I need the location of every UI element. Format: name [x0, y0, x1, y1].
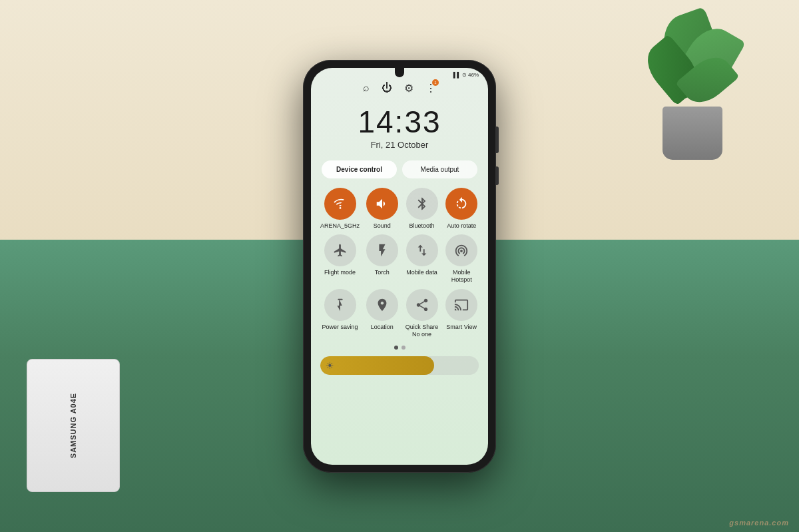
- page-indicator: [311, 342, 488, 354]
- sound-tile[interactable]: Sound: [365, 188, 400, 230]
- phone-screen: ▌▌ ⊙ 46% ⌕ ⏻ ⚙ ⋮ 1 14:33 Fri, 21 October: [311, 68, 488, 465]
- wifi-status-icon: ⊙: [462, 72, 467, 78]
- smart-view-label: Smart View: [446, 324, 477, 331]
- svg-rect-1: [338, 299, 342, 300]
- wifi-icon: [324, 188, 356, 220]
- wifi-label: ARENA_5GHz: [320, 222, 360, 230]
- quick-settings-grid: ARENA_5GHz Sound: [311, 184, 488, 342]
- plant-pot: [663, 107, 722, 160]
- product-box: SAMSUNG A04E: [27, 359, 120, 492]
- more-button[interactable]: ⋮ 1: [425, 82, 436, 95]
- auto-rotate-label: Auto rotate: [447, 222, 476, 230]
- site-watermark: gsmarena.com: [729, 519, 789, 527]
- location-icon: [366, 289, 398, 321]
- volume-button[interactable]: [496, 127, 499, 153]
- smart-view-tile[interactable]: Smart View: [444, 289, 479, 338]
- power-button[interactable]: [496, 166, 499, 185]
- battery-percent: 46%: [468, 72, 479, 78]
- brightness-icon: ☀: [326, 360, 334, 371]
- settings-button[interactable]: ⚙: [404, 82, 413, 95]
- power-menu-button[interactable]: ⏻: [382, 82, 392, 94]
- flight-mode-icon: [324, 234, 356, 266]
- plant-decoration: [639, 13, 746, 160]
- signal-icon: ▌▌: [453, 72, 461, 78]
- device-control-button[interactable]: Device control: [322, 160, 397, 178]
- status-icons: ▌▌ ⊙ 46%: [453, 72, 479, 78]
- quick-share-tile[interactable]: Quick ShareNo one: [405, 289, 439, 338]
- clock-time: 14:33: [311, 107, 488, 137]
- phone-wrapper: ▌▌ ⊙ 46% ⌕ ⏻ ⚙ ⋮ 1 14:33 Fri, 21 October: [303, 60, 496, 473]
- search-button[interactable]: ⌕: [363, 82, 370, 94]
- svg-point-0: [339, 207, 341, 209]
- torch-label: Torch: [375, 269, 390, 276]
- clock-date: Fri, 21 October: [311, 140, 488, 150]
- torch-tile[interactable]: Torch: [365, 234, 400, 284]
- sound-icon: [366, 188, 398, 220]
- clock-section: 14:33 Fri, 21 October: [311, 100, 488, 152]
- control-buttons-row: Device control Media output: [311, 152, 488, 184]
- flight-mode-tile[interactable]: Flight mode: [320, 234, 360, 284]
- power-saving-tile[interactable]: Power saving: [320, 289, 360, 338]
- page-dot-1: [394, 346, 398, 350]
- hotspot-label: Mobile Hotspot: [444, 269, 479, 284]
- plant-leaves: [646, 13, 739, 120]
- auto-rotate-icon: [445, 188, 477, 220]
- location-tile[interactable]: Location: [365, 289, 400, 338]
- power-saving-icon: [324, 289, 356, 321]
- page-dot-2: [401, 346, 405, 350]
- brightness-fill: [320, 356, 434, 375]
- camera-notch: [395, 68, 404, 77]
- wifi-tile[interactable]: ARENA_5GHz: [320, 188, 360, 230]
- sound-label: Sound: [374, 222, 391, 230]
- bluetooth-tile[interactable]: Bluetooth: [405, 188, 439, 230]
- quick-share-label: Quick ShareNo one: [405, 324, 439, 338]
- bluetooth-label: Bluetooth: [409, 222, 435, 230]
- bluetooth-icon: [406, 188, 438, 220]
- hotspot-icon: [445, 234, 477, 266]
- smart-view-icon: [445, 289, 477, 321]
- box-label: SAMSUNG A04E: [69, 393, 77, 458]
- power-saving-label: Power saving: [322, 324, 358, 331]
- mobile-data-icon: [406, 234, 438, 266]
- quick-share-icon: [406, 289, 438, 321]
- mobile-data-tile[interactable]: Mobile data: [405, 234, 439, 284]
- phone-device: ▌▌ ⊙ 46% ⌕ ⏻ ⚙ ⋮ 1 14:33 Fri, 21 October: [303, 60, 496, 473]
- auto-rotate-tile[interactable]: Auto rotate: [444, 188, 479, 230]
- brightness-slider[interactable]: ☀: [320, 356, 479, 375]
- mobile-data-label: Mobile data: [406, 269, 437, 276]
- media-output-button[interactable]: Media output: [402, 160, 477, 178]
- location-label: Location: [371, 324, 394, 331]
- top-action-bar: ⌕ ⏻ ⚙ ⋮ 1: [311, 79, 488, 100]
- torch-icon: [366, 234, 398, 266]
- hotspot-tile[interactable]: Mobile Hotspot: [444, 234, 479, 284]
- notification-badge: 1: [432, 79, 439, 86]
- flight-mode-label: Flight mode: [324, 269, 356, 276]
